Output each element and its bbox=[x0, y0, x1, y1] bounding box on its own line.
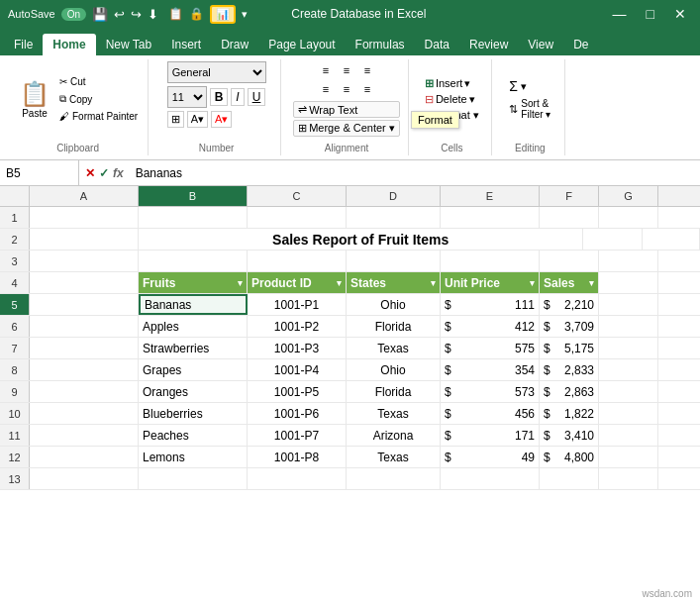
tab-review[interactable]: Review bbox=[459, 34, 518, 55]
cell-b11[interactable]: Peaches bbox=[139, 425, 248, 446]
cell-a3[interactable] bbox=[30, 251, 139, 271]
save-icon[interactable]: 💾 bbox=[92, 7, 108, 22]
tab-draw[interactable]: Draw bbox=[211, 34, 258, 55]
cell-d10[interactable]: Texas bbox=[347, 403, 441, 424]
cell-f9[interactable]: $2,863 bbox=[540, 381, 599, 402]
cell-a7[interactable] bbox=[30, 338, 139, 358]
cell-c10[interactable]: 1001-P6 bbox=[248, 403, 347, 424]
cell-f12[interactable]: $4,800 bbox=[540, 447, 599, 467]
cell-b1[interactable] bbox=[139, 207, 248, 228]
align-top-left-btn[interactable]: ≡ bbox=[316, 61, 336, 79]
tab-de[interactable]: De bbox=[563, 34, 598, 55]
cell-e4-unitprice[interactable]: Unit Price ▾ bbox=[441, 272, 540, 293]
cell-c9[interactable]: 1001-P5 bbox=[248, 381, 347, 402]
cell-d9[interactable]: Florida bbox=[347, 381, 441, 402]
cell-d5[interactable]: Ohio bbox=[347, 294, 441, 315]
cell-f13[interactable] bbox=[540, 468, 599, 489]
cell-c13[interactable] bbox=[248, 468, 347, 489]
cell-b4-fruits[interactable]: Fruits ▾ bbox=[139, 272, 248, 293]
cell-d12[interactable]: Texas bbox=[347, 447, 441, 467]
tab-file[interactable]: File bbox=[4, 34, 43, 55]
more-tools-icon[interactable]: ⬇ bbox=[148, 7, 158, 22]
cell-c4-productid[interactable]: Product ID ▾ bbox=[248, 272, 347, 293]
cell-b12[interactable]: Lemons bbox=[139, 447, 248, 467]
col-header-a[interactable]: A bbox=[30, 186, 139, 206]
border-button[interactable]: ⊞ bbox=[167, 111, 184, 128]
cell-b6[interactable]: Apples bbox=[139, 316, 248, 337]
cut-button[interactable]: ✂ Cut bbox=[57, 74, 140, 89]
cell-e3[interactable] bbox=[441, 251, 540, 271]
cell-a2[interactable] bbox=[30, 229, 139, 250]
cell-g2[interactable] bbox=[643, 229, 700, 250]
redo-icon[interactable]: ↪ bbox=[131, 7, 142, 22]
cell-f10[interactable]: $1,822 bbox=[540, 403, 599, 424]
wrap-text-button[interactable]: ⇌ Wrap Text bbox=[293, 101, 400, 118]
cell-c12[interactable]: 1001-P8 bbox=[248, 447, 347, 467]
tab-pagelayout[interactable]: Page Layout bbox=[258, 34, 345, 55]
cell-c7[interactable]: 1001-P3 bbox=[248, 338, 347, 358]
italic-button[interactable]: I bbox=[231, 88, 244, 106]
cell-d13[interactable] bbox=[347, 468, 441, 489]
underline-button[interactable]: U bbox=[248, 88, 266, 106]
col-header-e[interactable]: E bbox=[441, 186, 540, 206]
cell-g4[interactable] bbox=[599, 272, 658, 293]
cell-d4-states[interactable]: States ▾ bbox=[347, 272, 441, 293]
delete-cells-button[interactable]: ⊟ Delete ▾ bbox=[422, 92, 482, 107]
cell-b3[interactable] bbox=[139, 251, 248, 271]
fill-color-button[interactable]: A▾ bbox=[187, 111, 208, 128]
paste-button[interactable]: 📋 Paste bbox=[16, 78, 53, 121]
cell-d3[interactable] bbox=[347, 251, 441, 271]
cancel-formula-icon[interactable]: ✕ bbox=[85, 166, 95, 180]
cell-b10[interactable]: Blueberries bbox=[139, 403, 248, 424]
cell-g7[interactable] bbox=[599, 338, 658, 358]
cell-f11[interactable]: $3,410 bbox=[540, 425, 599, 446]
cell-g12[interactable] bbox=[599, 447, 658, 467]
cell-a1[interactable] bbox=[30, 207, 139, 228]
cell-e10[interactable]: $456 bbox=[441, 403, 540, 424]
cell-b5-bananas[interactable]: Bananas bbox=[139, 294, 248, 315]
cell-g13[interactable] bbox=[599, 468, 658, 489]
font-family-select[interactable]: General Calibri Arial bbox=[167, 61, 266, 83]
productid-dropdown[interactable]: ▾ bbox=[337, 278, 342, 288]
tab-data[interactable]: Data bbox=[415, 34, 459, 55]
cell-c6[interactable]: 1001-P2 bbox=[248, 316, 347, 337]
cell-d7[interactable]: Texas bbox=[347, 338, 441, 358]
cell-f5[interactable]: $2,210 bbox=[540, 294, 599, 315]
cell-a5[interactable] bbox=[30, 294, 139, 315]
cell-a13[interactable] bbox=[30, 468, 139, 489]
cell-b13[interactable] bbox=[139, 468, 248, 489]
cell-c8[interactable]: 1001-P4 bbox=[248, 359, 347, 380]
autosave-toggle[interactable]: On bbox=[61, 8, 86, 21]
cell-f4-sales[interactable]: Sales ▾ bbox=[540, 272, 599, 293]
align-top-right-btn[interactable]: ≡ bbox=[357, 61, 377, 79]
fruits-dropdown[interactable]: ▾ bbox=[238, 278, 243, 288]
insert-cells-button[interactable]: ⊞ Insert ▾ bbox=[422, 76, 482, 91]
cell-f3[interactable] bbox=[540, 251, 599, 271]
cell-g11[interactable] bbox=[599, 425, 658, 446]
col-header-b[interactable]: B bbox=[139, 186, 248, 206]
cell-e13[interactable] bbox=[441, 468, 540, 489]
cell-f7[interactable]: $5,175 bbox=[540, 338, 599, 358]
cell-a8[interactable] bbox=[30, 359, 139, 380]
tab-newtab[interactable]: New Tab bbox=[96, 34, 161, 55]
cell-a11[interactable] bbox=[30, 425, 139, 446]
merge-center-button[interactable]: ⊞ Merge & Center ▾ bbox=[293, 120, 400, 137]
cell-b7[interactable]: Strawberries bbox=[139, 338, 248, 358]
col-header-g[interactable]: G bbox=[599, 186, 658, 206]
states-dropdown[interactable]: ▾ bbox=[431, 278, 436, 288]
highlighted-icon[interactable]: 📊 bbox=[210, 5, 236, 24]
minimize-btn[interactable]: — bbox=[607, 6, 633, 22]
cell-e12[interactable]: $49 bbox=[441, 447, 540, 467]
insert-function-icon[interactable]: fx bbox=[113, 166, 124, 180]
cell-b9[interactable]: Oranges bbox=[139, 381, 248, 402]
cell-c11[interactable]: 1001-P7 bbox=[248, 425, 347, 446]
cell-c1[interactable] bbox=[248, 207, 347, 228]
cell-g5[interactable] bbox=[599, 294, 658, 315]
cell-a12[interactable] bbox=[30, 447, 139, 467]
font-color-button[interactable]: A▾ bbox=[211, 111, 232, 128]
cell-a9[interactable] bbox=[30, 381, 139, 402]
sales-dropdown[interactable]: ▾ bbox=[589, 278, 594, 288]
tab-view[interactable]: View bbox=[518, 34, 563, 55]
cell-f8[interactable]: $2,833 bbox=[540, 359, 599, 380]
maximize-btn[interactable]: □ bbox=[641, 6, 660, 22]
